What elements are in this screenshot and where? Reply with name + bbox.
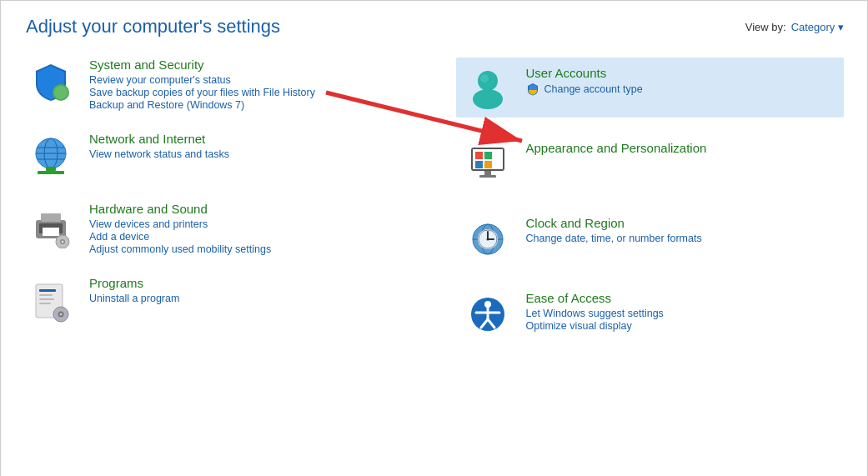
page-title: Adjust your computer's settings: [26, 16, 280, 38]
view-by-dropdown[interactable]: Category ▾: [791, 21, 844, 33]
backup-restore-link[interactable]: Backup and Restore (Windows 7): [89, 99, 414, 111]
left-panel: System and Security Review your computer…: [26, 58, 448, 358]
main-content: System and Security Review your computer…: [1, 49, 868, 366]
clock-icon: [463, 213, 513, 263]
ease-access-title[interactable]: Ease of Access: [526, 291, 838, 305]
uninstall-link[interactable]: Uninstall a program: [89, 293, 414, 304]
system-security-icon: [26, 58, 76, 108]
date-time-link[interactable]: Change date, time, or number formats: [526, 233, 838, 244]
category-network: Network and Internet View network status…: [26, 132, 414, 182]
category-appearance: Appearance and Personalization: [456, 133, 845, 193]
uac-shield-icon: [526, 83, 539, 96]
svg-point-3: [54, 86, 68, 99]
programs-icon: [26, 276, 76, 326]
network-text: Network and Internet View network status…: [89, 132, 414, 161]
ease-access-icon: [463, 288, 513, 338]
suggest-settings-link[interactable]: Let Windows suggest settings: [526, 308, 838, 319]
header: Adjust your computer's settings View by:…: [1, 1, 868, 49]
review-status-link[interactable]: Review your computer's status: [89, 74, 414, 86]
svg-rect-32: [484, 152, 492, 159]
network-icon: [26, 132, 76, 182]
devices-printers-link[interactable]: View devices and printers: [89, 218, 414, 230]
svg-rect-34: [484, 161, 492, 168]
programs-title[interactable]: Programs: [89, 276, 414, 290]
right-panel: User Accounts Change account type: [448, 58, 845, 358]
svg-rect-33: [475, 161, 483, 168]
category-hardware: Hardware and Sound View devices and prin…: [26, 202, 414, 256]
category-programs: Programs Uninstall a program: [26, 276, 414, 326]
user-accounts-title[interactable]: User Accounts: [526, 66, 838, 80]
chevron-down-icon: ▾: [838, 21, 844, 33]
visual-display-link[interactable]: Optimize visual display: [526, 320, 838, 332]
category-ease-access: Ease of Access Let Windows suggest setti…: [456, 283, 845, 343]
svg-rect-10: [38, 171, 64, 174]
user-accounts-text: User Accounts Change account type: [526, 63, 838, 97]
user-accounts-icon: [463, 63, 513, 113]
system-security-text: System and Security Review your computer…: [89, 58, 414, 112]
add-device-link[interactable]: Add a device: [89, 231, 414, 243]
svg-rect-9: [46, 167, 56, 171]
change-account-type-text: Change account type: [544, 83, 643, 95]
clock-text: Clock and Region Change date, time, or n…: [526, 213, 838, 245]
hardware-text: Hardware and Sound View devices and prin…: [89, 202, 414, 256]
hardware-icon: [26, 202, 76, 252]
ease-access-text: Ease of Access Let Windows suggest setti…: [526, 288, 838, 333]
appearance-icon: [463, 138, 513, 188]
svg-rect-19: [39, 289, 56, 292]
network-status-link[interactable]: View network status and tasks: [89, 148, 414, 160]
svg-rect-20: [39, 294, 53, 296]
svg-rect-21: [39, 298, 54, 300]
svg-rect-35: [484, 171, 491, 175]
clock-title[interactable]: Clock and Region: [526, 216, 838, 230]
appearance-title[interactable]: Appearance and Personalization: [526, 141, 838, 155]
mobility-settings-link[interactable]: Adjust commonly used mobility settings: [89, 243, 414, 255]
system-security-title[interactable]: System and Security: [89, 58, 414, 72]
svg-point-25: [60, 313, 63, 316]
view-by-label: View by:: [745, 21, 786, 33]
programs-text: Programs Uninstall a program: [89, 276, 414, 305]
appearance-text: Appearance and Personalization: [526, 138, 838, 158]
network-title[interactable]: Network and Internet: [89, 132, 414, 146]
category-clock: Clock and Region Change date, time, or n…: [456, 208, 845, 268]
svg-rect-14: [43, 228, 59, 236]
svg-point-28: [480, 74, 489, 83]
svg-rect-31: [475, 152, 483, 159]
svg-point-44: [486, 238, 489, 241]
change-account-type-link[interactable]: Change account type: [526, 83, 838, 96]
svg-rect-13: [41, 213, 61, 222]
category-system-security: System and Security Review your computer…: [26, 58, 414, 112]
file-history-link[interactable]: Save backup copies of your files with Fi…: [89, 87, 414, 98]
svg-point-17: [62, 241, 64, 243]
svg-rect-36: [479, 175, 496, 178]
hardware-title[interactable]: Hardware and Sound: [89, 202, 414, 216]
category-user-accounts: User Accounts Change account type: [456, 58, 845, 118]
svg-rect-22: [39, 303, 51, 304]
view-by-control: View by: Category ▾: [745, 21, 844, 33]
svg-point-27: [473, 89, 503, 109]
